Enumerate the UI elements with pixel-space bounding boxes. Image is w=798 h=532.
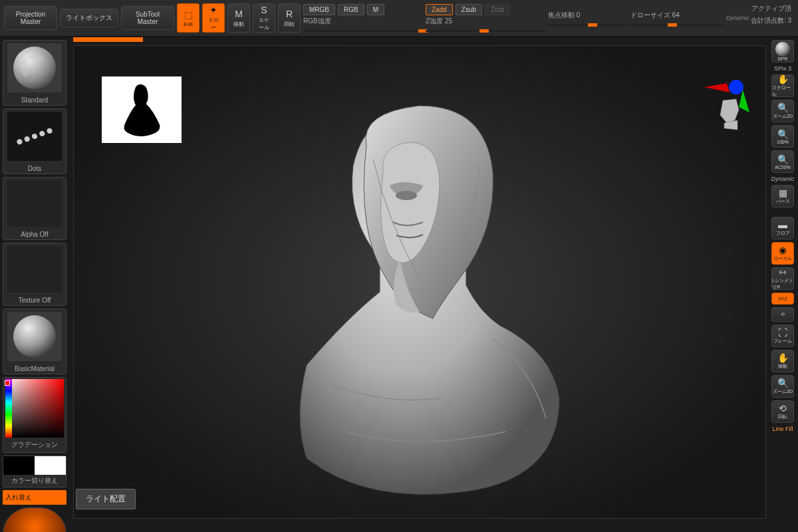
mrgb-group: MRGB RGB M RGB強度 [303,4,423,32]
left-palette: Standard Dots Alpha Off Texture Off Basi… [3,40,66,532]
rotate-button[interactable]: R回転 [278,3,301,33]
zoom2d-button[interactable]: 🔍ズーム2D [771,100,794,122]
tool-preview[interactable] [3,507,66,532]
stroke-icon [7,112,62,161]
edit-button[interactable]: ⬚Edit [177,3,200,33]
actual-size-button[interactable]: 🔍100% [771,125,794,148]
rgb-intensity-label: RGB強度 [303,17,423,26]
svg-marker-1 [704,83,730,92]
move-button[interactable]: M移動 [227,3,250,33]
tooltip: ライト配置 [76,489,136,509]
edit-icon: ⬚ [184,9,193,20]
local-icon: ◉ [779,245,787,255]
rotate-icon: ⟲ [779,403,787,414]
spix-label: SPix 3 [774,65,791,72]
rgb-button[interactable]: RGB [338,4,364,15]
symmetry-icon: ⇿ [779,267,787,277]
xyz-button[interactable]: XYZ [771,293,794,305]
scroll-button[interactable]: ✋スクロール [771,74,794,97]
hand-icon: ✋ [777,352,789,363]
local-button[interactable]: ◉ローカル [771,242,794,265]
texture-icon [7,246,62,293]
top-toolbar: Projection Master ライトボックス SubTool Master… [0,0,798,37]
zcut-button[interactable]: Zcut [485,4,509,15]
texture-selector[interactable]: Texture Off [3,243,66,306]
svg-marker-3 [739,90,749,112]
half-size-button[interactable]: 🔍AC50% [771,150,794,173]
material-selector[interactable]: BasicMaterial [3,309,66,374]
scale-icon: S [261,5,267,15]
bpr-button[interactable]: BPR [771,40,794,63]
symmetry-button[interactable]: ⇿LシンメトリR [771,267,794,290]
alpha-selector[interactable]: Alpha Off [3,177,66,240]
drawsize-group: ドローサイズ 64 [630,11,724,26]
stroke-selector[interactable]: Dots [3,108,66,174]
zoom-icon: 🔍 [777,378,789,388]
focal-group: 焦点移動 0 [548,11,628,26]
viewport[interactable] [73,45,766,519]
floor-button[interactable]: ▬フロア [771,217,794,239]
shadow-thumbnail [102,76,182,143]
zadd-button[interactable]: Zadd [426,4,453,15]
hand-icon: ✋ [777,74,789,84]
stats-readout: アクティブ頂 合計頂点数: 3 [751,4,791,28]
draw-icon: ✦ [209,5,217,15]
color-swatches[interactable]: カラー切り替え [3,456,66,487]
color-picker[interactable]: グラデーション [3,377,66,453]
alpha-icon [7,180,62,227]
nav-gizmo[interactable] [698,76,757,136]
move3d-button[interactable]: ✋移動 [771,350,794,372]
draw-button[interactable]: ✦ドロー [202,3,225,33]
drawsize-slider[interactable] [630,24,724,26]
zoom-icon: 🔍 [777,102,789,113]
z-intensity-label: Z強度 25 [426,17,545,26]
swatch-white[interactable] [35,456,66,475]
frame-rotate-button[interactable]: ⟲ [771,307,794,322]
svg-point-0 [396,191,417,200]
linefill-label: Line Fill [772,426,793,432]
silhouette-icon [118,80,165,140]
frame-icon: ⛶ [778,327,787,338]
svg-point-2 [729,80,743,94]
brush-selector[interactable]: Standard [3,40,66,106]
grid-icon: ▦ [779,188,787,198]
swatch-black[interactable] [3,456,35,475]
material-icon [7,312,62,361]
brush-icon [7,43,62,92]
rotate-icon: R [286,9,293,19]
move-icon: M [235,9,243,19]
perspective-button[interactable]: ▦パース [771,185,794,207]
z-intensity-slider[interactable] [426,30,545,32]
subtool-master-button[interactable]: SubTool Master [121,6,174,30]
mrgb-button[interactable]: MRGB [303,4,335,15]
swap-colors-button[interactable]: 入れ替え [3,490,66,505]
floor-icon: ▬ [778,219,787,230]
dynamic-label: Dynamic [771,176,794,182]
lightbox-button[interactable]: ライトボックス [60,9,118,27]
dynamic-label: Dynamic [726,15,749,21]
focal-slider[interactable] [548,24,628,26]
drawsize-label: ドローサイズ 64 [630,11,724,20]
magnifier-icon: 🔍 [777,154,789,165]
active-tab-indicator [73,37,143,42]
m-button[interactable]: M [367,4,384,15]
rotate-icon: ⟲ [781,312,785,317]
zsub-button[interactable]: Zsub [456,4,482,15]
sculpt-model [267,86,573,511]
right-palette: BPR SPix 3 ✋スクロール 🔍ズーム2D 🔍100% 🔍AC50% Dy… [770,40,795,432]
magnifier-icon: 🔍 [777,129,789,140]
frame-button[interactable]: ⛶フレーム [771,325,794,347]
z-group: Zadd Zsub Zcut Z強度 25 [426,4,545,32]
scale-button[interactable]: Sスケール [253,3,275,33]
rotate3d-button[interactable]: ⟲回転 [771,400,794,423]
zoom3d-button[interactable]: 🔍ズーム3D [771,375,794,398]
projection-master-button[interactable]: Projection Master [4,6,57,30]
rgb-intensity-slider[interactable] [303,30,423,32]
focal-label: 焦点移動 0 [548,11,628,20]
